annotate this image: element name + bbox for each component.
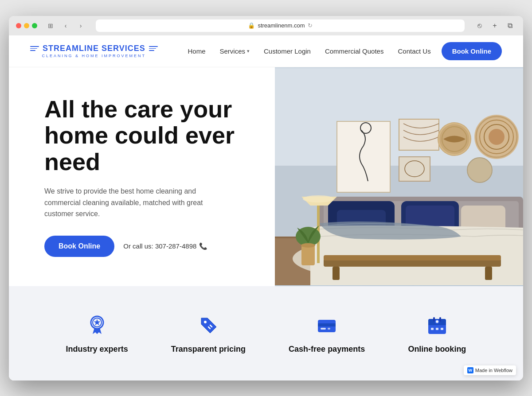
svg-rect-28	[332, 267, 340, 280]
nav-book-online-button[interactable]: Book Online	[442, 42, 502, 60]
logo-line-r2	[149, 48, 156, 49]
main-nav: STREAMLINE SERVICES CLEANING & HOME IMPR…	[9, 35, 523, 67]
svg-point-36	[301, 243, 315, 248]
award-icon	[85, 313, 110, 338]
svg-rect-49	[441, 328, 443, 330]
svg-rect-51	[439, 317, 441, 322]
svg-point-33	[303, 195, 334, 202]
hero-call-text: Or call us: 307-287-4898 📞	[123, 242, 207, 250]
traffic-lights	[16, 23, 37, 28]
credit-card-icon	[314, 313, 339, 338]
phone-icon: 📞	[199, 242, 207, 250]
feature-label-pricing: Transparent pricing	[171, 345, 246, 354]
svg-point-18	[489, 129, 505, 145]
forward-button[interactable]: ›	[74, 19, 87, 32]
hero-section: All the care your home could ever need W…	[9, 67, 523, 286]
svg-rect-41	[318, 323, 336, 326]
feature-label-payments: Cash-free payments	[289, 345, 365, 354]
calendar-icon	[425, 313, 450, 338]
services-dropdown-icon: ▾	[247, 48, 250, 54]
maximize-traffic-light[interactable]	[32, 23, 37, 28]
nav-customer-login[interactable]: Customer Login	[264, 47, 311, 55]
nav-home[interactable]: Home	[188, 47, 205, 55]
nav-contact-us[interactable]: Contact Us	[398, 47, 430, 55]
svg-rect-29	[485, 267, 492, 280]
address-bar[interactable]: 🔒 streamlinenm.com ↻	[96, 19, 465, 32]
nav-links: Home Services ▾ Customer Login Commercia…	[188, 47, 430, 55]
share-button[interactable]: ⎋	[473, 19, 486, 32]
logo-lines-right	[149, 46, 158, 51]
browser-actions: ⎋ + ⧉	[473, 19, 516, 32]
tag-icon	[196, 313, 221, 338]
svg-rect-34	[301, 245, 315, 265]
hero-content: All the care your home could ever need W…	[9, 67, 275, 286]
svg-point-19	[467, 158, 492, 182]
feature-transparent-pricing: Transparent pricing	[171, 313, 246, 354]
url-text: streamlinenm.com	[258, 22, 305, 29]
bedroom-illustration	[275, 67, 523, 286]
hero-subtext: We strive to provide the best home clean…	[44, 186, 213, 220]
close-traffic-light[interactable]	[16, 23, 21, 28]
lock-icon: 🔒	[248, 22, 255, 29]
logo: STREAMLINE SERVICES CLEANING & HOME IMPR…	[30, 44, 158, 58]
browser-window: ⊞ ‹ › 🔒 streamlinenm.com ↻ ⎋ + ⧉	[9, 16, 523, 380]
feature-cash-free-payments: Cash-free payments	[289, 313, 365, 354]
feature-online-booking: Online booking	[408, 313, 466, 354]
svg-rect-30	[324, 255, 501, 260]
svg-point-53	[436, 320, 438, 323]
svg-rect-48	[436, 328, 438, 330]
browser-titlebar: ⊞ ‹ › 🔒 streamlinenm.com ↻ ⎋ + ⧉	[9, 16, 523, 35]
feature-label-experts: Industry experts	[66, 345, 128, 354]
svg-rect-6	[337, 121, 390, 192]
logo-subtitle: CLEANING & HOME IMPROVEMENT	[42, 54, 146, 58]
webflow-badge: W Made in Webflow	[464, 365, 516, 375]
logo-text: STREAMLINE SERVICES	[43, 44, 145, 53]
feature-label-booking: Online booking	[408, 345, 466, 354]
svg-rect-43	[328, 328, 330, 330]
website-content: STREAMLINE SERVICES CLEANING & HOME IMPR…	[9, 35, 523, 380]
nav-commercial-quotes[interactable]: Commercial Quotes	[325, 47, 384, 55]
webflow-icon: W	[467, 367, 473, 373]
minimize-traffic-light[interactable]	[24, 23, 29, 28]
svg-point-39	[204, 321, 207, 323]
features-section: Industry experts Transpa	[9, 286, 523, 380]
nav-services[interactable]: Services ▾	[219, 47, 250, 55]
reading-list-button[interactable]: ⧉	[504, 19, 516, 32]
browser-controls: ⊞ ‹ ›	[44, 19, 87, 32]
back-button[interactable]: ‹	[59, 19, 72, 32]
hero-headline: All the care your home could ever need	[44, 96, 254, 175]
logo-line-r1	[149, 46, 158, 47]
svg-rect-47	[431, 328, 434, 330]
logo-line-2	[30, 48, 37, 49]
hero-book-online-button[interactable]: Book Online	[44, 236, 114, 257]
svg-rect-31	[317, 197, 320, 263]
features-container: Industry experts Transpa	[9, 286, 523, 380]
new-tab-button[interactable]: +	[489, 19, 501, 32]
hero-image	[275, 67, 523, 286]
logo-line-r3	[149, 50, 154, 51]
webflow-text: Made in Webflow	[475, 368, 512, 373]
logo-line-1	[30, 46, 39, 47]
svg-rect-42	[321, 328, 326, 330]
logo-line-3	[30, 50, 35, 51]
svg-rect-50	[433, 317, 435, 322]
feature-industry-experts: Industry experts	[66, 313, 128, 354]
logo-lines-left	[30, 46, 39, 51]
hero-cta: Book Online Or call us: 307-287-4898 📞	[44, 236, 254, 257]
grid-view-button[interactable]: ⊞	[44, 19, 57, 32]
reload-icon: ↻	[308, 22, 313, 29]
